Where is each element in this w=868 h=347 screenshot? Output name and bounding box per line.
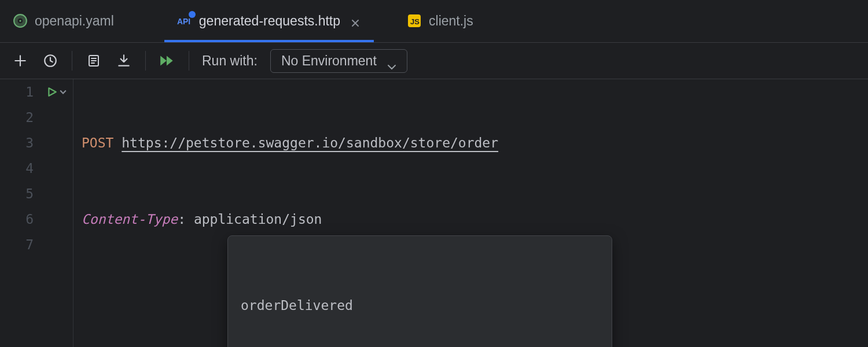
tab-label: client.js xyxy=(429,13,473,29)
import-icon[interactable] xyxy=(115,52,133,69)
tab-bar: openapi.yaml API generated-requests.http… xyxy=(0,0,868,42)
autocomplete-item[interactable]: orderDelivered xyxy=(228,287,612,324)
chevron-down-icon xyxy=(387,58,396,64)
history-icon[interactable] xyxy=(42,52,59,69)
run-with-label: Run with: xyxy=(202,53,258,69)
tab-generated-requests[interactable]: API generated-requests.http xyxy=(164,0,374,42)
header-value: application/json xyxy=(194,212,322,227)
svg-point-5 xyxy=(189,11,196,18)
editor[interactable]: 1 2 3 4 5 6 7 POST https://petstore.swag… xyxy=(0,79,868,347)
structure-icon[interactable] xyxy=(85,52,102,69)
environment-select[interactable]: No Environment xyxy=(270,49,407,73)
tab-client-js[interactable]: JS client.js xyxy=(394,0,486,42)
header-name: Content-Type xyxy=(82,212,178,227)
run-request-icon[interactable] xyxy=(41,79,73,105)
openapi-icon xyxy=(13,13,28,28)
chevron-down-icon xyxy=(60,90,67,94)
js-icon: JS xyxy=(407,13,422,28)
tab-label: generated-requests.http xyxy=(199,13,340,29)
toolbar-separator xyxy=(189,51,189,71)
svg-point-3 xyxy=(19,20,21,21)
run-all-icon[interactable] xyxy=(159,52,176,69)
toolbar-separator xyxy=(72,51,72,71)
svg-text:JS: JS xyxy=(410,17,420,26)
http-method: POST xyxy=(82,135,113,150)
toolbar: Run with: No Environment xyxy=(0,42,868,79)
environment-value: No Environment xyxy=(281,53,377,69)
api-http-icon: API xyxy=(177,13,192,28)
code-area[interactable]: POST https://petstore.swagger.io/sandbox… xyxy=(82,79,868,347)
toolbar-separator xyxy=(145,51,146,71)
gutter-actions xyxy=(41,79,73,347)
tab-openapi[interactable]: openapi.yaml xyxy=(0,0,127,42)
gutter-line-numbers: 1 2 3 4 5 6 7 xyxy=(0,79,41,347)
close-icon[interactable] xyxy=(351,16,361,26)
http-url[interactable]: https://petstore.swagger.io/sandbox/stor… xyxy=(122,135,498,150)
tab-label: openapi.yaml xyxy=(35,13,114,29)
plus-icon[interactable] xyxy=(12,52,29,69)
autocomplete-popup: orderDelivered orderInProgress orderShip… xyxy=(227,235,612,347)
